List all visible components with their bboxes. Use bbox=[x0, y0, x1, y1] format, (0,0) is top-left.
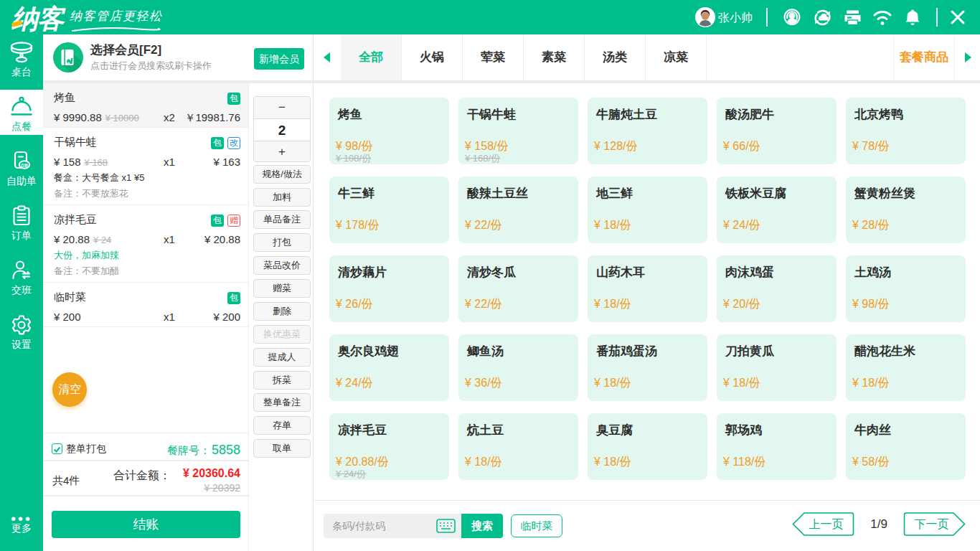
svg-text:自助: 自助 bbox=[21, 163, 28, 168]
